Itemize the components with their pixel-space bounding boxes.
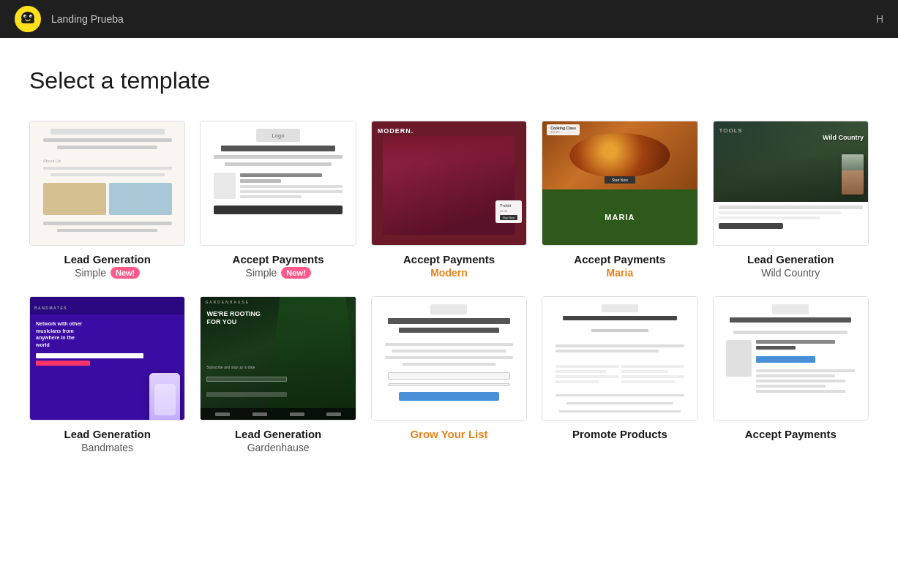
template-name-7: Gardenhause: [200, 442, 356, 453]
template-info-4: Accept Payments Maria: [542, 253, 697, 279]
template-info-1: Lead Generation Simple New!: [29, 253, 185, 279]
svg-point-7: [31, 16, 32, 18]
template-thumb-7: GARDENHAUSE WE'RE ROOTINGFOR YOU Subscri…: [200, 296, 356, 421]
template-info-8: Grow Your List: [371, 428, 527, 442]
template-info-10: Accept Payments: [713, 428, 869, 442]
template-thumb-10: [713, 296, 869, 421]
template-card-accept-payments-modern[interactable]: MODERN. T-shirt $1.00 Buy Now Accept Pay…: [371, 121, 527, 279]
template-category-5: Lead Generation: [713, 253, 869, 265]
main-content: Select a template About Us: [0, 38, 898, 497]
app-header: Landing Prueba H: [0, 0, 898, 38]
template-info-2: Accept Payments Simple New!: [200, 253, 356, 279]
page-title: Select a template: [29, 67, 869, 94]
template-name-1: Simple New!: [29, 267, 185, 279]
template-category-1: Lead Generation: [29, 253, 185, 265]
template-thumb-4: Cooking Class $32.00 Start Now MARIA: [542, 121, 697, 246]
template-card-lead-gen-bandmates[interactable]: BANDMATES Network with othermusicians fr…: [29, 296, 185, 454]
template-thumb-1: About Us: [29, 121, 185, 246]
template-category-8: Grow Your List: [371, 428, 527, 440]
badge-new-2: New!: [281, 267, 310, 279]
template-info-7: Lead Generation Gardenhause: [200, 428, 356, 453]
template-category-2: Accept Payments: [200, 253, 356, 265]
template-thumb-3: MODERN. T-shirt $1.00 Buy Now: [371, 121, 527, 246]
app-logo: [15, 6, 41, 32]
template-thumb-9: [542, 296, 697, 421]
template-info-5: Lead Generation Wild Country: [713, 253, 869, 279]
template-info-3: Accept Payments Modern: [371, 253, 527, 279]
template-name-4: Maria: [542, 267, 697, 279]
template-category-6: Lead Generation: [29, 428, 185, 440]
template-thumb-2: Logo: [200, 121, 356, 246]
template-card-accept-payments-last[interactable]: Accept Payments: [713, 296, 869, 454]
template-thumb-5: TOOLS Wild Country: [713, 121, 869, 246]
template-category-7: Lead Generation: [200, 428, 356, 440]
template-card-lead-gen-wild-country[interactable]: TOOLS Wild Country Lead Generat: [713, 121, 869, 279]
template-card-lead-gen-simple[interactable]: About Us Lead Generation Simple New!: [29, 121, 185, 279]
template-thumb-8: [371, 296, 527, 421]
template-name-6: Bandmates: [29, 442, 185, 453]
template-card-lead-gen-gardenhause[interactable]: GARDENHAUSE WE'RE ROOTINGFOR YOU Subscri…: [200, 296, 356, 454]
header-user-initial[interactable]: H: [876, 13, 883, 25]
template-category-9: Promote Products: [542, 428, 697, 440]
template-thumb-6: BANDMATES Network with othermusicians fr…: [29, 296, 185, 421]
template-info-9: Promote Products: [542, 428, 697, 442]
template-grid: About Us Lead Generation Simple New!: [29, 121, 869, 453]
template-card-promote-products[interactable]: Promote Products: [542, 296, 697, 454]
template-card-accept-payments-simple[interactable]: Logo: [200, 121, 356, 279]
template-name-3: Modern: [371, 267, 527, 279]
template-card-grow-your-list[interactable]: Grow Your List: [371, 296, 527, 454]
template-category-4: Accept Payments: [542, 253, 697, 265]
template-category-3: Accept Payments: [371, 253, 527, 265]
svg-point-6: [25, 16, 26, 18]
template-name-2: Simple New!: [200, 267, 356, 279]
template-category-10: Accept Payments: [713, 428, 869, 440]
template-info-6: Lead Generation Bandmates: [29, 428, 185, 453]
header-title: Landing Prueba: [51, 13, 124, 25]
template-card-accept-payments-maria[interactable]: Cooking Class $32.00 Start Now MARIA Acc…: [542, 121, 697, 279]
badge-new-1: New!: [111, 267, 140, 279]
template-name-5: Wild Country: [713, 267, 869, 279]
